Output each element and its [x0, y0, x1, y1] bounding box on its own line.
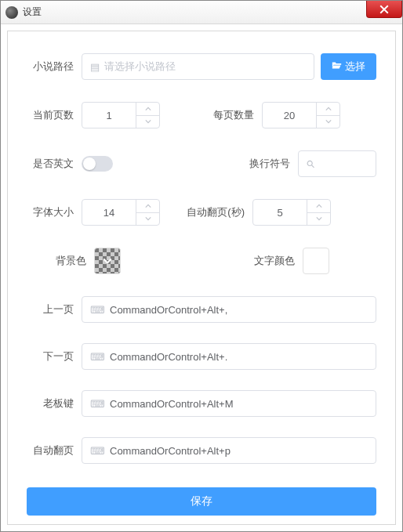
label-is-english: 是否英文 [27, 157, 82, 171]
auto-flip-sec-down[interactable] [307, 213, 330, 226]
folder-open-icon [332, 60, 342, 73]
per-page-down[interactable] [317, 116, 339, 128]
label-bg-color: 背景色 [27, 254, 94, 268]
save-button-label: 保存 [191, 494, 212, 507]
novel-path-placeholder: 请选择小说路径 [104, 60, 176, 74]
chevron-up-icon [145, 203, 151, 209]
chevron-down-icon [103, 256, 112, 266]
label-text-color: 文字颜色 [240, 254, 303, 268]
font-size-value: 14 [82, 207, 136, 219]
close-icon [379, 5, 389, 14]
label-boss-key: 老板键 [27, 396, 82, 411]
chevron-down-icon [145, 118, 151, 125]
next-page-input[interactable]: ⌨ CommandOrControl+Alt+. [82, 343, 376, 370]
text-color-picker[interactable] [303, 248, 329, 274]
chevron-down-icon [325, 118, 332, 125]
bg-color-picker[interactable] [94, 248, 121, 274]
app-icon [5, 6, 18, 19]
auto-flip-sec-input[interactable]: 5 [252, 199, 331, 226]
chevron-up-icon [316, 203, 322, 209]
boss-key-input[interactable]: ⌨ CommandOrControl+Alt+M [82, 390, 376, 417]
label-novel-path: 小说路径 [27, 60, 82, 74]
line-break-input[interactable]: ⚲ [298, 150, 376, 177]
chevron-down-icon [145, 215, 151, 222]
label-prev-page: 上一页 [27, 302, 82, 317]
label-line-break: 换行符号 [243, 157, 298, 171]
prev-page-value: CommandOrControl+Alt+, [110, 304, 227, 316]
document-icon: ▤ [90, 61, 100, 73]
current-page-input[interactable]: 1 [82, 102, 160, 128]
keyboard-icon: ⌨ [90, 445, 105, 457]
chevron-up-icon [325, 106, 332, 112]
boss-key-value: CommandOrControl+Alt+M [110, 398, 234, 410]
is-english-toggle[interactable] [82, 156, 113, 172]
auto-flip-sec-up[interactable] [307, 200, 330, 213]
novel-path-input[interactable]: ▤ 请选择小说路径 [82, 53, 314, 80]
keyboard-icon: ⌨ [90, 351, 105, 363]
label-per-page: 每页数量 [207, 108, 262, 122]
choose-button-label: 选择 [345, 60, 365, 74]
window-title: 设置 [23, 5, 42, 19]
current-page-up[interactable] [136, 103, 159, 116]
label-font-size: 字体大小 [27, 205, 82, 219]
current-page-value: 1 [82, 110, 136, 121]
label-next-page: 下一页 [27, 349, 82, 364]
next-page-value: CommandOrControl+Alt+. [110, 351, 227, 363]
per-page-up[interactable] [317, 103, 339, 116]
choose-button[interactable]: 选择 [321, 53, 376, 80]
titlebar: 设置 [1, 1, 402, 24]
settings-form: 小说路径 ▤ 请选择小说路径 选择 当前页数 1 每页 [7, 31, 396, 525]
auto-flip-value: CommandOrControl+Alt+p [110, 445, 231, 457]
per-page-value: 20 [263, 110, 316, 121]
keyboard-icon: ⌨ [90, 398, 105, 410]
label-current-page: 当前页数 [27, 108, 82, 122]
save-button[interactable]: 保存 [27, 487, 376, 516]
font-size-down[interactable] [136, 213, 159, 226]
auto-flip-input[interactable]: ⌨ CommandOrControl+Alt+p [82, 437, 376, 464]
settings-window: 设置 小说路径 ▤ 请选择小说路径 选择 当前页数 1 [0, 0, 403, 532]
close-button[interactable] [366, 1, 402, 18]
paperclip-icon: ⚲ [303, 157, 318, 171]
font-size-input[interactable]: 14 [82, 199, 160, 226]
chevron-down-icon [316, 215, 322, 222]
auto-flip-sec-value: 5 [253, 207, 307, 219]
chevron-up-icon [145, 106, 151, 112]
label-auto-flip: 自动翻页 [27, 443, 82, 458]
per-page-input[interactable]: 20 [262, 102, 340, 128]
label-auto-flip-sec: 自动翻页(秒) [182, 205, 252, 219]
current-page-down[interactable] [136, 116, 159, 128]
prev-page-input[interactable]: ⌨ CommandOrControl+Alt+, [82, 296, 376, 323]
font-size-up[interactable] [136, 200, 159, 213]
keyboard-icon: ⌨ [90, 304, 105, 316]
